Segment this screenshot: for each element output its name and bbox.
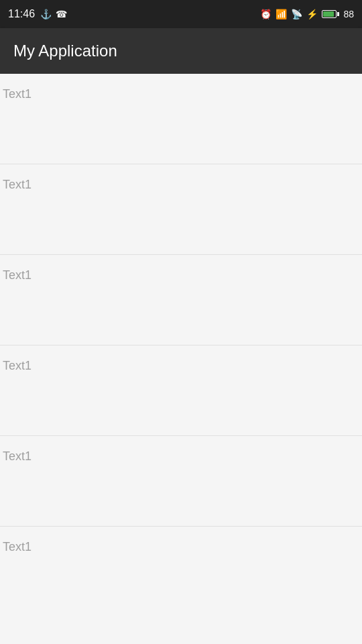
list-item-label: Text1 [3,87,32,101]
status-bar-left: 11:46 ⚓ ☎ [8,8,67,20]
status-bar-right: ⏰ 📶 📡 ⚡ 88 [260,9,354,19]
phone-icon: ☎ [56,9,67,19]
list-item-label: Text1 [3,268,32,282]
app-bar: My Application [0,28,362,74]
list-item[interactable]: Text1 [0,164,362,255]
list-item-label: Text1 [3,449,32,464]
list-item[interactable]: Text1 [0,255,362,345]
app-title: My Application [13,42,117,60]
list-container: Text1 Text1 Text1 Text1 Text1 Text1 [0,74,362,634]
list-item[interactable]: Text1 [0,74,362,164]
alarm-icon: ⏰ [260,9,272,19]
battery-icon [322,10,339,18]
list-item-label: Text1 [3,540,32,554]
status-icons-left: ⚓ ☎ [40,9,67,19]
battery-level: 88 [343,9,354,19]
list-item-label: Text1 [3,359,32,373]
list-item-label: Text1 [3,178,32,192]
wifi-icon: 📶 [276,9,287,19]
usb-icon: ⚓ [40,9,52,19]
signal-icon: 📡 [291,9,302,19]
list-item[interactable]: Text1 [0,527,362,634]
bolt-icon: ⚡ [306,9,318,19]
list-item[interactable]: Text1 [0,436,362,527]
status-time: 11:46 [8,8,35,20]
status-bar: 11:46 ⚓ ☎ ⏰ 📶 📡 ⚡ 88 [0,0,362,28]
list-item[interactable]: Text1 [0,345,362,436]
